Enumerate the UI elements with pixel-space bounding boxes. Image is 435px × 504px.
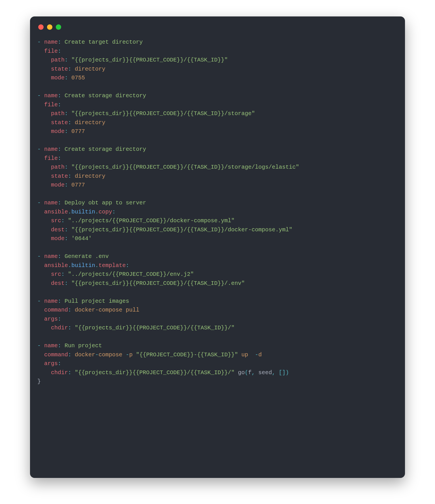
code-token xyxy=(61,298,65,304)
code-token xyxy=(68,110,71,117)
code-token: , xyxy=(251,369,255,376)
code-token xyxy=(37,262,44,269)
code-token: : xyxy=(61,217,65,224)
code-token xyxy=(68,226,71,233)
code-token xyxy=(37,235,51,242)
close-icon[interactable] xyxy=(38,24,44,30)
code-token: [ xyxy=(279,369,282,376)
code-token: dest xyxy=(51,280,65,287)
code-token: d xyxy=(258,351,262,358)
code-token: : xyxy=(68,66,71,72)
code-token: mode xyxy=(51,182,65,188)
code-token: compose xyxy=(99,351,126,358)
code-token: Create storage directory xyxy=(65,146,146,153)
code-token: : xyxy=(58,48,61,54)
code-token: mode xyxy=(51,75,65,81)
code-token: - xyxy=(37,92,44,99)
code-token: Create storage directory xyxy=(65,92,146,99)
code-token: : xyxy=(58,298,61,304)
code-token: dest xyxy=(51,226,65,233)
code-token xyxy=(68,75,71,81)
code-token: : xyxy=(58,39,61,45)
code-token xyxy=(61,342,65,349)
code-token: "../projects/{{PROJECT_CODE}}/env.j2" xyxy=(68,271,194,278)
code-token: 0777 xyxy=(71,182,85,188)
code-token xyxy=(71,119,75,126)
code-token xyxy=(37,209,44,215)
code-token: builtin xyxy=(71,209,95,215)
code-token: copy xyxy=(99,209,112,215)
code-token: Deploy obt app to server xyxy=(65,200,146,206)
code-token xyxy=(65,271,68,278)
code-token: mode xyxy=(51,128,65,135)
code-token: 0777 xyxy=(71,128,85,135)
code-token: Generate .env xyxy=(65,253,109,260)
code-token xyxy=(71,325,75,331)
code-token: : xyxy=(65,280,68,287)
code-token: - xyxy=(37,342,44,349)
code-token xyxy=(68,182,71,188)
code-token xyxy=(68,164,71,170)
code-token xyxy=(37,57,51,63)
code-token: file xyxy=(44,101,58,108)
code-token: : xyxy=(126,262,129,269)
code-token: : xyxy=(58,146,61,153)
code-token: - xyxy=(37,253,44,260)
code-token: args xyxy=(44,316,58,322)
code-token: : xyxy=(61,271,65,278)
code-token: directory xyxy=(75,119,105,126)
code-token: go xyxy=(234,369,245,376)
code-token: . xyxy=(95,262,99,269)
zoom-icon[interactable] xyxy=(56,24,61,30)
code-token: name xyxy=(44,146,58,153)
code-token: "{{projects_dir}}{{PROJECT_CODE}}/{{TASK… xyxy=(71,280,245,287)
code-token xyxy=(61,92,65,99)
code-token: : xyxy=(58,253,61,260)
code-token xyxy=(71,66,75,72)
code-token: ] xyxy=(282,369,285,376)
code-token: : xyxy=(68,369,71,376)
code-token xyxy=(37,369,51,376)
code-token: : xyxy=(68,173,71,179)
code-token: : xyxy=(58,101,61,108)
code-token: name xyxy=(44,298,58,304)
code-token: Run project xyxy=(65,342,102,349)
code-token: state xyxy=(51,66,68,72)
code-token: directory xyxy=(75,173,105,179)
code-token: "{{projects_dir}}{{PROJECT_CODE}}/{{TASK… xyxy=(71,57,228,63)
code-token: chdir xyxy=(51,369,68,376)
code-token: "{{projects_dir}}{{PROJECT_CODE}}/{{TASK… xyxy=(71,164,299,170)
code-token: : xyxy=(58,200,61,206)
code-token: "../projects/{{PROJECT_CODE}}/docker-com… xyxy=(68,217,234,224)
code-token: : xyxy=(65,128,68,135)
code-token: : xyxy=(68,119,71,126)
code-token: - xyxy=(95,351,99,358)
code-token: . xyxy=(95,209,99,215)
code-token: command xyxy=(44,307,68,313)
code-token xyxy=(37,173,51,179)
code-token: name xyxy=(44,39,58,45)
code-token xyxy=(37,307,44,313)
code-token xyxy=(37,217,51,224)
code-token xyxy=(37,280,51,287)
code-token: src xyxy=(51,217,61,224)
code-token: name xyxy=(44,200,58,206)
code-token: : xyxy=(65,110,68,117)
code-token: Create target directory xyxy=(65,39,143,45)
code-token: command xyxy=(44,351,68,358)
code-token: file xyxy=(44,48,58,54)
code-token: docker xyxy=(75,351,95,358)
code-token: ) xyxy=(285,369,289,376)
code-token: : xyxy=(68,351,71,358)
code-token: "{{projects_dir}}{{PROJECT_CODE}}/{{TASK… xyxy=(71,226,292,233)
code-token: "{{PROJECT_CODE}}-{{TASK_ID}}" xyxy=(136,351,238,358)
code-token: Pull project images xyxy=(65,298,129,304)
code-token xyxy=(37,66,51,72)
code-token: args xyxy=(44,360,58,367)
code-token: : xyxy=(68,325,71,331)
code-token: - xyxy=(255,351,258,358)
code-token: src xyxy=(51,271,61,278)
code-token: - xyxy=(37,146,44,153)
minimize-icon[interactable] xyxy=(47,24,52,30)
code-token: : xyxy=(68,307,71,313)
